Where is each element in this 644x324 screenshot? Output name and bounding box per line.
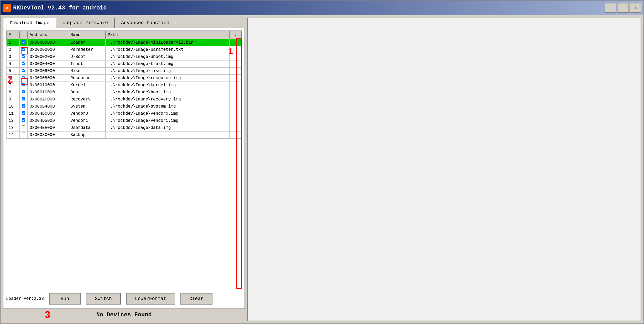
cell-checkbox[interactable] <box>19 110 27 117</box>
row-checkbox-8[interactable] <box>22 90 25 93</box>
cell-checkbox[interactable] <box>19 46 27 53</box>
clear-button[interactable]: Clear <box>180 293 212 305</box>
cell-path: ..\rockdev\Image\resource.img <box>106 75 230 82</box>
app-icon: ✕ <box>3 4 11 12</box>
cell-num: 11 <box>7 110 20 117</box>
cell-num: 6 <box>7 75 20 82</box>
cell-browse[interactable] <box>230 96 242 103</box>
cell-checkbox[interactable] <box>19 89 27 96</box>
run-button[interactable]: Run <box>49 293 81 305</box>
cell-name: Misc <box>68 68 106 75</box>
cell-browse[interactable] <box>230 53 242 60</box>
cell-address: 0x00000000 <box>27 39 68 46</box>
col-name: Name <box>68 31 106 39</box>
cell-name: Boot <box>68 89 106 96</box>
table-row: 90x0002C000Recovery..\rockdev\Image\reco… <box>7 96 242 103</box>
cell-name: Recovery <box>68 96 106 103</box>
cell-name: Resource <box>68 75 106 82</box>
cell-browse[interactable] <box>230 82 242 89</box>
cell-num: 8 <box>7 89 20 96</box>
cell-browse[interactable] <box>230 68 242 75</box>
tab-download-image[interactable]: Download Image <box>3 18 56 28</box>
close-button[interactable]: ✕ <box>630 3 641 13</box>
table-row: 20x00000000Parameter..\rockdev\Image\par… <box>7 46 242 53</box>
cell-browse[interactable] <box>230 75 242 82</box>
cell-name: Vendor1 <box>68 117 106 124</box>
cell-path: ..\rockdev\Image\vendor1.img <box>106 117 230 124</box>
cell-checkbox[interactable] <box>19 131 27 139</box>
cell-browse[interactable] <box>230 131 242 139</box>
cell-checkbox[interactable] <box>19 68 27 75</box>
cell-checkbox[interactable] <box>19 82 27 89</box>
tab-upgrade-firmware[interactable]: Upgrade Firmware <box>56 18 115 28</box>
cell-name: Kernel <box>68 82 106 89</box>
cell-name: Trust <box>68 60 106 68</box>
row-checkbox-5[interactable] <box>22 69 25 72</box>
cell-address: 0x00000000 <box>27 46 68 53</box>
cell-num: 2 <box>7 46 20 53</box>
cell-path: ..\rockdev\Image\parameter.txt <box>106 46 230 53</box>
tab-advanced-function[interactable]: Advanced Function <box>115 18 176 28</box>
cell-checkbox[interactable] <box>19 53 27 60</box>
row-checkbox-9[interactable] <box>22 97 25 100</box>
row-checkbox-11[interactable] <box>22 111 25 115</box>
cell-browse[interactable] <box>230 89 242 96</box>
left-panel: Download Image Upgrade Firmware Advanced… <box>3 18 245 321</box>
cell-address: 0x004EE000 <box>27 124 68 131</box>
status-bar: No Devices Found <box>3 309 245 321</box>
lower-format-button[interactable]: LowerFormat <box>126 293 175 305</box>
table-row: 120x004D5000Vendor1..\rockdev\Image\vend… <box>7 117 242 124</box>
row-checkbox-13[interactable] <box>22 125 25 129</box>
row-checkbox-1[interactable] <box>22 40 25 44</box>
cell-path: ..\rockdev\Image\trust.img <box>106 60 230 68</box>
cell-browse[interactable] <box>230 124 242 131</box>
bottom-bar: Loader Ver:2.33 Run Switch LowerFormat C… <box>6 292 242 306</box>
cell-address: 0x00010000 <box>27 82 68 89</box>
table-row: 110x004BC000Vendor0..\rockdev\Image\vend… <box>7 110 242 117</box>
col-dots: ... <box>230 31 242 39</box>
row-checkbox-12[interactable] <box>22 118 25 122</box>
cell-browse[interactable] <box>230 103 242 110</box>
row-checkbox-14[interactable] <box>22 133 25 136</box>
maximize-button[interactable]: □ <box>617 3 629 13</box>
cell-browse[interactable] <box>230 39 242 46</box>
cell-browse[interactable] <box>230 117 242 124</box>
cell-path: ..\rockdev\Image\misc.img <box>106 68 230 75</box>
cell-name: Vendor0 <box>68 110 106 117</box>
main-window: ✕ RKDevTool v2.43 for android ─ □ ✕ Down… <box>0 0 644 324</box>
row-checkbox-3[interactable] <box>22 54 25 58</box>
cell-path: ..\rockdev\Image\kernel.img <box>106 82 230 89</box>
title-bar: ✕ RKDevTool v2.43 for android ─ □ ✕ <box>1 1 643 15</box>
cell-num: 10 <box>7 103 20 110</box>
cell-browse[interactable] <box>230 46 242 53</box>
switch-button[interactable]: Switch <box>86 293 121 305</box>
row-checkbox-2[interactable] <box>22 47 25 51</box>
cell-checkbox[interactable] <box>19 103 27 110</box>
cell-num: 4 <box>7 60 20 68</box>
minimize-button[interactable]: ─ <box>605 3 616 13</box>
cell-checkbox[interactable] <box>19 117 27 124</box>
cell-checkbox[interactable] <box>19 60 27 68</box>
image-table: # Address Name Path ... 10x00000000Loade… <box>6 31 242 139</box>
table-row: 50x00006000Misc..\rockdev\Image\misc.img <box>7 68 242 75</box>
cell-browse[interactable] <box>230 60 242 68</box>
cell-address: 0x004BC000 <box>27 110 68 117</box>
table-header-row: # Address Name Path ... <box>7 31 242 39</box>
cell-address: 0x00006000 <box>27 68 68 75</box>
cell-name: Userdata <box>68 124 106 131</box>
row-checkbox-7[interactable] <box>22 83 25 86</box>
cell-checkbox[interactable] <box>19 39 27 46</box>
row-checkbox-4[interactable] <box>22 62 25 65</box>
row-checkbox-10[interactable] <box>22 104 25 108</box>
cell-checkbox[interactable] <box>19 96 27 103</box>
cell-checkbox[interactable] <box>19 75 27 82</box>
title-controls: ─ □ ✕ <box>605 3 641 13</box>
col-check <box>19 31 27 39</box>
cell-address: 0x0003C000 <box>27 131 68 139</box>
row-checkbox-6[interactable] <box>22 76 25 79</box>
cell-checkbox[interactable] <box>19 124 27 131</box>
cell-browse[interactable] <box>230 110 242 117</box>
table-row: 40x00004000Trust..\rockdev\Image\trust.i… <box>7 60 242 68</box>
cell-path <box>106 131 230 139</box>
cell-address: 0x0002C000 <box>27 96 68 103</box>
